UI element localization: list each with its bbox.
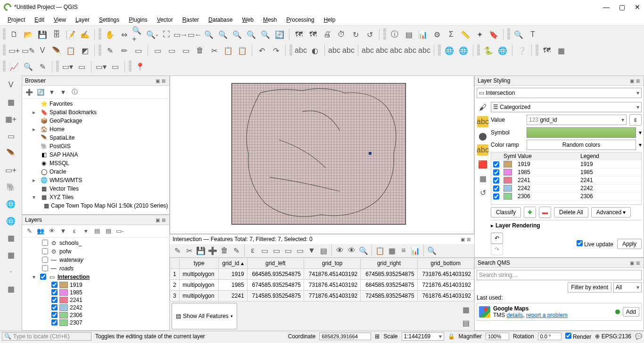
- cat-cell[interactable]: 2242: [578, 184, 641, 192]
- cat-swatch[interactable]: [504, 193, 512, 200]
- toolbar-button[interactable]: ⓘ: [388, 28, 401, 41]
- expression-button[interactable]: ε: [629, 114, 642, 125]
- tree-caret-icon[interactable]: ▸: [33, 126, 38, 133]
- toolbar-button[interactable]: Σ: [445, 28, 458, 41]
- live-update-checkbox[interactable]: Live update: [577, 240, 613, 248]
- classify-button[interactable]: Classify: [491, 207, 521, 218]
- cat-cell[interactable]: [502, 168, 516, 176]
- toolbar-button[interactable]: ✎: [36, 60, 49, 73]
- toolbar-button[interactable]: ↶: [255, 44, 268, 57]
- rotation-input[interactable]: [538, 333, 561, 340]
- toolbar-button[interactable]: ↻: [349, 28, 362, 41]
- layer-label[interactable]: pofw: [59, 248, 71, 255]
- toolbar-button[interactable]: ⓘ: [69, 87, 80, 97]
- extents-icon[interactable]: ⊞: [375, 333, 380, 340]
- cat-cell[interactable]: [502, 160, 516, 168]
- toolbar-button[interactable]: ▭+: [8, 44, 21, 57]
- menu-raster[interactable]: Raster: [179, 16, 203, 24]
- toolbar-button[interactable]: 🗄: [50, 28, 63, 41]
- toolbar-button[interactable]: abc: [328, 44, 341, 57]
- qms-search-input[interactable]: Search string…: [477, 270, 642, 280]
- symbol-dropdown-icon[interactable]: ▾: [639, 129, 642, 136]
- toolbar-button[interactable]: 📋: [64, 44, 77, 57]
- redo-style-button[interactable]: ↷: [491, 244, 503, 255]
- layers-undock-icon[interactable]: ▣: [155, 218, 161, 223]
- attr-cell[interactable]: 684585.935254875: [361, 280, 417, 291]
- toolbar-button[interactable]: ▤: [402, 28, 415, 41]
- attr-cell[interactable]: 2241: [219, 291, 247, 301]
- toolbar-button[interactable]: ▤: [103, 226, 114, 236]
- toolbar-button[interactable]: 🔍: [216, 28, 230, 41]
- toolbar-button[interactable]: ✏: [117, 44, 131, 57]
- attr-cell[interactable]: 1985: [219, 280, 247, 291]
- qms-undock-icon[interactable]: ▣: [629, 260, 635, 266]
- toolbar-button[interactable]: ✍: [78, 28, 91, 41]
- toolbar-button[interactable]: 💾: [195, 245, 206, 256]
- cat-cell[interactable]: [491, 168, 502, 176]
- cat-cell[interactable]: [491, 176, 502, 184]
- toolbar-button[interactable]: 👥: [35, 226, 46, 236]
- toolbar-button[interactable]: 📊: [410, 245, 421, 256]
- toolbar-button[interactable]: 🗺: [540, 44, 553, 57]
- remove-category-button[interactable]: ▬: [539, 207, 551, 218]
- datasource-button[interactable]: 🌐: [3, 213, 18, 228]
- cat-header[interactable]: Symbol: [502, 152, 516, 160]
- toolbar-button[interactable]: 📂: [22, 28, 35, 41]
- toolbar-button[interactable]: 🔖: [487, 28, 500, 41]
- datasource-button[interactable]: V: [3, 77, 18, 92]
- toolbar-button[interactable]: abc: [404, 44, 417, 57]
- qms-report-link[interactable]: report a problem: [526, 312, 568, 318]
- toolbar-button[interactable]: ▭: [179, 44, 192, 57]
- messages-icon[interactable]: 💬: [635, 333, 642, 340]
- coordinate-input[interactable]: [319, 333, 371, 340]
- add-category-button[interactable]: ✚: [524, 207, 536, 218]
- toolbar-button[interactable]: abc: [342, 44, 355, 57]
- layer-caret-icon[interactable]: ▾: [33, 274, 38, 280]
- tree-item-label[interactable]: XYZ Tiles: [50, 194, 74, 201]
- cat-cell[interactable]: [502, 192, 516, 201]
- styling-tab-icon[interactable]: abc: [477, 116, 488, 127]
- toolbar-button[interactable]: ▭: [132, 44, 145, 57]
- toolbar-button[interactable]: ✎: [231, 245, 242, 256]
- toolbar-button[interactable]: 🔍: [426, 245, 438, 256]
- layer-visibility-checkbox[interactable]: [51, 289, 58, 295]
- qms-filter-combo[interactable]: All▾: [613, 282, 642, 293]
- toolbar-button[interactable]: ▤: [92, 226, 102, 236]
- attr-cell[interactable]: 1: [170, 269, 180, 280]
- cat-cell[interactable]: [491, 192, 502, 201]
- toolbar-button[interactable]: 🌐: [443, 44, 456, 57]
- attr-cell[interactable]: 1919: [219, 269, 247, 280]
- undo-style-button[interactable]: ↶: [491, 233, 503, 244]
- attr-column-header[interactable]: grid_right: [361, 258, 417, 269]
- layer-visibility-checkbox[interactable]: [40, 274, 46, 280]
- toolbar-button[interactable]: ➕: [207, 245, 218, 256]
- cat-visibility-checkbox[interactable]: [493, 177, 499, 184]
- menu-mesh[interactable]: Mesh: [259, 16, 281, 24]
- tree-item-label[interactable]: Oracle: [50, 168, 66, 175]
- attr-column-header[interactable]: grid_left: [247, 258, 304, 269]
- toolbar-button[interactable]: ▼: [58, 87, 68, 97]
- cat-cell[interactable]: 2241: [516, 176, 578, 184]
- toolbar-button[interactable]: ▭✎: [22, 44, 35, 57]
- toolbar-button[interactable]: 📍: [133, 60, 147, 73]
- attr-cell[interactable]: 724585.935254875: [361, 291, 417, 301]
- toolbar-button[interactable]: ▾: [81, 226, 91, 236]
- cat-header[interactable]: Value: [516, 152, 578, 160]
- cat-cell[interactable]: 2242: [516, 184, 578, 192]
- toolbar-button[interactable]: 🗑: [219, 245, 230, 256]
- tree-item-label[interactable]: PostGIS: [50, 143, 71, 150]
- toolbar-button[interactable]: abc: [418, 44, 431, 57]
- attribute-grid[interactable]: typegrid_id ▴grid_leftgrid_topgrid_right…: [170, 258, 474, 301]
- tree-caret-icon[interactable]: ▾: [33, 194, 38, 201]
- toolbar-button[interactable]: 👁: [334, 245, 346, 256]
- tree-item-label[interactable]: Favorites: [50, 100, 73, 107]
- cat-swatch[interactable]: [504, 161, 512, 167]
- layer-label[interactable]: 1919: [70, 282, 83, 288]
- toolbar-button[interactable]: 🔄: [35, 87, 46, 97]
- attr-cell[interactable]: 731876.451403192: [417, 269, 474, 280]
- toolbar-button[interactable]: ▭: [165, 44, 178, 57]
- toolbar-button[interactable]: ▦: [386, 245, 397, 256]
- cat-cell[interactable]: [502, 184, 516, 192]
- toolbar-button[interactable]: ▭: [271, 245, 282, 256]
- datasource-button[interactable]: 🐘: [3, 179, 18, 194]
